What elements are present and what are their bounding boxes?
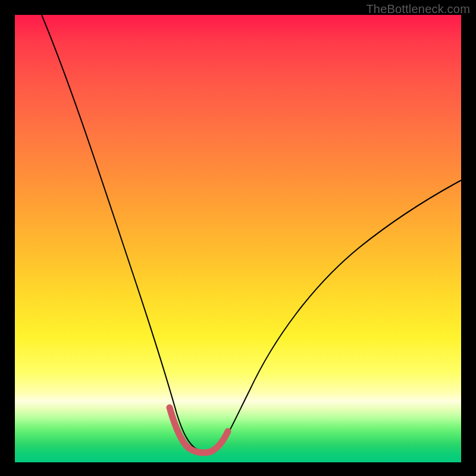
bottleneck-highlight-path [170,408,228,453]
bottleneck-curve-path [42,15,461,452]
watermark-text: TheBottleneck.com [366,2,470,16]
chart-plot-area [15,15,461,462]
chart-svg [15,15,461,462]
